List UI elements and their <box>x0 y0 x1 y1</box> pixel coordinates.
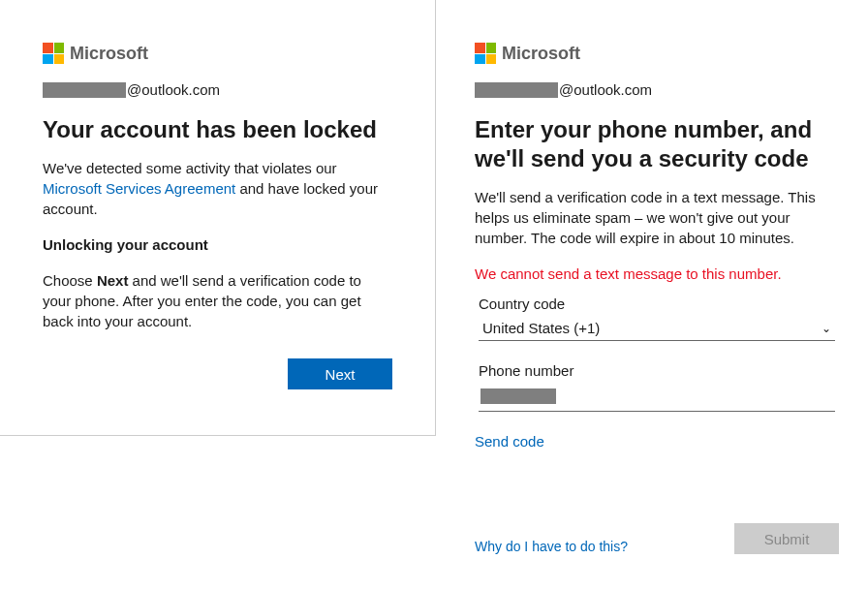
page-title: Your account has been locked <box>43 115 392 144</box>
redacted-name <box>43 82 126 98</box>
email-suffix: @outlook.com <box>559 81 652 98</box>
services-agreement-link[interactable]: Microsoft Services Agreement <box>43 180 235 197</box>
brand-name: Microsoft <box>70 44 148 64</box>
brand-name: Microsoft <box>502 44 580 64</box>
verify-description: We'll send a verification code in a text… <box>475 187 839 248</box>
brand-row: Microsoft <box>475 43 839 64</box>
phone-label: Phone number <box>479 362 835 379</box>
submit-button: Submit <box>734 523 839 554</box>
redacted-phone <box>480 388 556 404</box>
brand-row: Microsoft <box>43 43 392 64</box>
microsoft-logo-icon <box>43 43 64 64</box>
unlock-instruction: Choose Next and we'll send a verificatio… <box>43 270 392 331</box>
next-button[interactable]: Next <box>288 358 392 389</box>
redacted-name <box>475 82 558 98</box>
send-code-link[interactable]: Send code <box>475 433 544 450</box>
verify-panel: Microsoft @outlook.com Enter your phone … <box>436 0 868 590</box>
phone-input[interactable] <box>479 383 835 412</box>
country-group: Country code United States (+1) ⌄ <box>475 295 839 341</box>
country-label: Country code <box>479 295 835 312</box>
microsoft-logo-icon <box>475 43 496 64</box>
email-suffix: @outlook.com <box>127 81 220 98</box>
page-title: Enter your phone number, and we'll send … <box>475 115 839 173</box>
country-value: United States (+1) <box>482 320 600 336</box>
locked-panel: Microsoft @outlook.com Your account has … <box>0 0 436 436</box>
chevron-down-icon: ⌄ <box>822 322 831 335</box>
why-link[interactable]: Why do I have to do this? <box>475 539 628 554</box>
phone-group: Phone number <box>475 362 839 412</box>
unlock-subheading: Unlocking your account <box>43 236 392 253</box>
account-identity: @outlook.com <box>43 81 392 98</box>
locked-description: We've detected some activity that violat… <box>43 158 392 219</box>
error-message: We cannot send a text message to this nu… <box>475 265 839 282</box>
account-identity: @outlook.com <box>475 81 839 98</box>
country-select[interactable]: United States (+1) ⌄ <box>479 316 835 341</box>
